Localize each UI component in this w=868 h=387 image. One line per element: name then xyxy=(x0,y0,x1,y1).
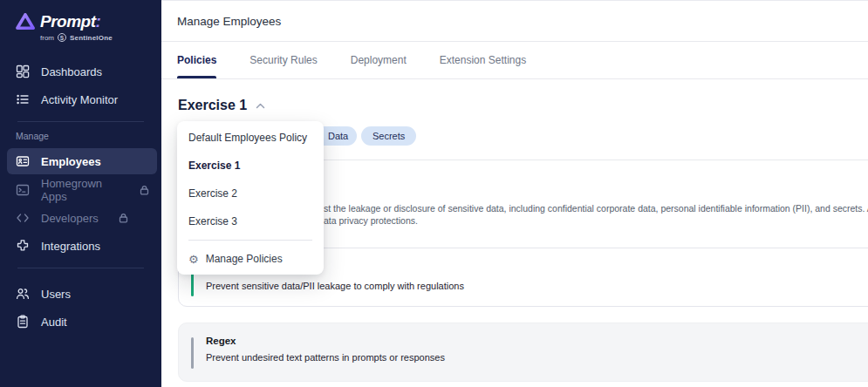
sidebar-item-dashboards[interactable]: Dashboards xyxy=(0,58,161,85)
dashboards-icon xyxy=(16,64,30,78)
card-subtitle: Prevent undesired text patterns in promp… xyxy=(206,352,445,363)
users-icon xyxy=(16,287,30,301)
lock-icon xyxy=(119,213,128,223)
card-accent-bar xyxy=(191,337,194,369)
sidebar-item-label: Users xyxy=(41,288,71,301)
sidebar-item-integrations[interactable]: Integrations xyxy=(0,232,161,260)
activity-icon xyxy=(16,92,30,106)
tab-policies[interactable]: Policies xyxy=(177,42,216,78)
sidebar-item-developers[interactable]: Developers xyxy=(0,204,161,232)
policy-selector[interactable]: Exercise 1 xyxy=(178,98,265,113)
sentinelone-icon: S xyxy=(58,33,66,42)
lock-icon xyxy=(140,185,149,195)
sidebar-divider xyxy=(17,121,144,122)
tab-security-rules[interactable]: Security Rules xyxy=(249,42,317,78)
sidebar-item-label: Employees xyxy=(41,155,101,168)
sidebar-item-label: Audit xyxy=(41,316,67,329)
page-title: Manage Employees xyxy=(177,15,281,28)
sidebar-divider xyxy=(17,268,144,268)
badge-icon xyxy=(16,154,30,168)
sidebar-item-audit[interactable]: Audit xyxy=(0,308,161,336)
sidebar-item-label: Activity Monitor xyxy=(41,93,118,106)
app-logo: Prompt: from S SentinelOne xyxy=(16,12,113,42)
tag-chip-secrets: Secrets xyxy=(361,126,416,146)
tab-deployment[interactable]: Deployment xyxy=(351,42,407,78)
menu-item-exercise-3[interactable]: Exercise 3 xyxy=(177,207,324,235)
policy-card-regex[interactable]: Regex Prevent undesired text patterns in… xyxy=(178,322,868,382)
sidebar-item-activity-monitor[interactable]: Activity Monitor xyxy=(0,85,161,113)
sidebar-item-label: Homegrown Apps xyxy=(41,177,128,203)
policy-description-line2: ata privacy protections. xyxy=(324,215,418,226)
sidebar-item-homegrown-apps[interactable]: Homegrown Apps xyxy=(0,176,161,204)
brand-sub-name: SentinelOne xyxy=(70,34,113,42)
menu-item-exercise-2[interactable]: Exercise 2 xyxy=(177,180,324,207)
policy-dropdown-menu: Default Employees Policy Exercise 1 Exer… xyxy=(177,121,324,275)
sidebar-item-users[interactable]: Users xyxy=(0,280,161,308)
sidebar: Prompt: from S SentinelOne Dashboards Ac… xyxy=(0,0,161,387)
chevron-up-icon xyxy=(256,103,265,109)
sidebar-item-label: Integrations xyxy=(41,240,100,253)
puzzle-icon xyxy=(16,239,30,253)
card-title: Regex xyxy=(206,336,236,346)
menu-divider xyxy=(188,240,312,241)
page-header: Manage Employees xyxy=(161,1,868,42)
card-subtitle: Prevent sensitive data/PII leakage to co… xyxy=(206,281,464,291)
sidebar-section-label: Manage xyxy=(16,131,49,141)
tab-bar: Policies Security Rules Deployment Exten… xyxy=(161,42,868,79)
menu-item-manage-policies[interactable]: ⚙ Manage Policies xyxy=(177,245,324,273)
menu-item-default-employees-policy[interactable]: Default Employees Policy xyxy=(177,124,324,152)
brand-sub-prefix: from xyxy=(40,34,54,42)
main-area: Manage Employees Policies Security Rules… xyxy=(161,0,868,387)
sidebar-item-label: Dashboards xyxy=(41,65,102,78)
sidebar-item-employees[interactable]: Employees xyxy=(7,148,157,174)
menu-item-exercise-1[interactable]: Exercise 1 xyxy=(177,152,324,180)
brand-name: Prompt: xyxy=(40,12,100,31)
sidebar-item-label: Developers xyxy=(41,212,99,225)
code-icon xyxy=(16,211,30,225)
prompt-triangle-icon xyxy=(16,13,35,31)
policy-description-line1: st the leakage or disclosure of sensitiv… xyxy=(324,203,868,214)
tab-extension-settings[interactable]: Extension Settings xyxy=(440,42,526,78)
policy-selector-label: Exercise 1 xyxy=(178,98,247,113)
app-window-icon xyxy=(16,183,30,197)
clipboard-icon xyxy=(16,315,30,329)
gear-icon: ⚙ xyxy=(188,254,199,265)
